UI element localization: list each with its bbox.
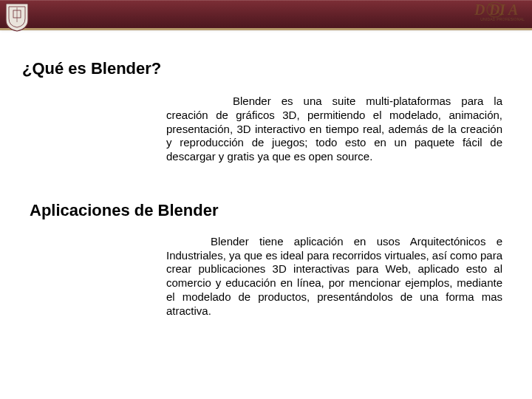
slide: D D I A UNIDAD PROFESIONAL ¿Qué es Blend…	[0, 0, 532, 399]
ipn-shield-logo	[4, 2, 30, 32]
heading-what-is-blender: ¿Qué es Blender?	[22, 59, 510, 78]
svg-text:D: D	[474, 1, 485, 18]
paragraph-applications: Blender tiene aplicación en usos Arquite…	[166, 235, 502, 318]
paragraph-text: Blender tiene aplicación en usos Arquite…	[166, 235, 502, 317]
dia-logo-subtext: UNIDAD PROFESIONAL	[480, 17, 525, 21]
dia-logo: D D I A UNIDAD PROFESIONAL	[473, 1, 528, 27]
title-bar	[0, 0, 532, 28]
paragraph-what-is-blender: Blender es una suite multi-plataformas p…	[166, 95, 502, 164]
svg-text:A: A	[507, 1, 518, 18]
svg-text:D: D	[488, 1, 499, 18]
heading-applications: Aplicaciones de Blender	[30, 201, 510, 220]
svg-text:I: I	[499, 1, 506, 18]
paragraph-text: Blender es una suite multi-plataformas p…	[166, 95, 502, 163]
content-area: ¿Qué es Blender? Blender es una suite mu…	[22, 52, 510, 318]
